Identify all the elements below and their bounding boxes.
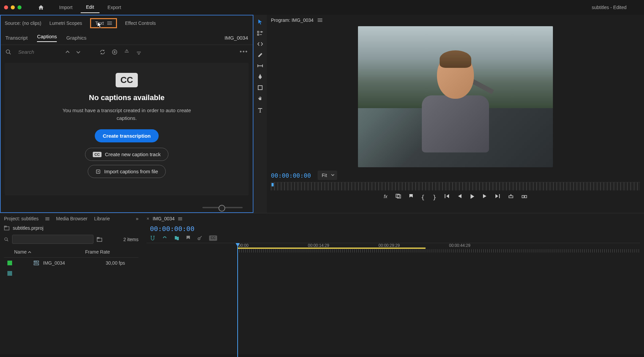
- program-monitor[interactable]: [358, 26, 553, 167]
- program-timecode[interactable]: 00:00:00:00: [271, 172, 311, 179]
- create-caption-track-button[interactable]: CC Create new caption track: [85, 148, 168, 161]
- zoom-slider-handle[interactable]: [218, 205, 225, 212]
- export-frame-icon[interactable]: [396, 194, 401, 201]
- tab-lumetri-scopes[interactable]: Lumetri Scopes: [49, 20, 82, 26]
- merge-down-icon[interactable]: [136, 49, 142, 55]
- panel-menu-icon[interactable]: [45, 217, 49, 220]
- close-sequence-icon[interactable]: ×: [147, 216, 149, 221]
- in-bracket-icon[interactable]: {: [421, 194, 425, 201]
- col-name[interactable]: Name: [14, 249, 31, 255]
- title-bar: Import Edit Export subtitles - Edited: [0, 0, 644, 15]
- project-search-input[interactable]: [12, 235, 93, 244]
- refresh-icon[interactable]: [99, 49, 106, 55]
- extract-icon[interactable]: [522, 194, 527, 201]
- chevron-up-icon[interactable]: [65, 50, 70, 54]
- play-icon[interactable]: [470, 194, 475, 201]
- step-back-icon[interactable]: [458, 194, 462, 201]
- settings-icon[interactable]: [197, 235, 202, 241]
- playhead[interactable]: [237, 243, 238, 357]
- go-to-out-icon[interactable]: [495, 194, 500, 201]
- new-bin-icon[interactable]: [97, 237, 103, 242]
- create-caption-track-label: Create new caption track: [105, 151, 161, 157]
- track-select-forward-tool-icon[interactable]: [257, 31, 263, 36]
- cc-badge-icon: CC: [116, 73, 138, 87]
- split-up-icon[interactable]: [124, 49, 130, 55]
- project-columns: Name Frame Rate: [4, 247, 138, 258]
- snap-icon[interactable]: [150, 235, 155, 241]
- create-transcription-button[interactable]: Create transcription: [95, 129, 159, 142]
- program-label: Program: IMG_0034: [271, 17, 314, 23]
- transport-controls: fx { }: [271, 194, 640, 201]
- zoom-slider[interactable]: [202, 207, 243, 208]
- step-forward-icon[interactable]: [483, 194, 487, 201]
- close-window-button[interactable]: [4, 5, 8, 9]
- minimize-window-button[interactable]: [11, 5, 15, 9]
- label-swatch: [7, 271, 12, 276]
- panel-menu-icon[interactable]: [107, 21, 112, 25]
- tab-project[interactable]: Project: subtitles: [4, 216, 39, 221]
- marker-icon[interactable]: [186, 235, 190, 241]
- rectangle-tool-icon[interactable]: [258, 85, 263, 90]
- search-icon[interactable]: [5, 49, 11, 55]
- tab-libraries[interactable]: Librarie: [94, 216, 110, 221]
- svg-rect-27: [525, 195, 527, 198]
- marker-icon[interactable]: [409, 194, 413, 201]
- source-panel-tabs: Source: (no clips) Lumetri Scopes Text E…: [1, 15, 253, 31]
- cc-toggle-icon[interactable]: CC: [209, 235, 217, 241]
- program-ruler[interactable]: [271, 182, 640, 190]
- selection-tool-icon[interactable]: [257, 19, 263, 25]
- ruler-tick-label: :00:00: [237, 243, 308, 248]
- tab-source[interactable]: Source: (no clips): [5, 20, 41, 26]
- fx-button[interactable]: fx: [384, 194, 388, 201]
- ruler-labels: :00:00 00:00:14:29 00:00:29:29 00:00:44:…: [237, 243, 640, 248]
- col-frame-rate[interactable]: Frame Rate: [85, 249, 110, 255]
- import-captions-button[interactable]: Import captions from file: [88, 165, 166, 178]
- text-sub-tabs: Transcript Captions Graphics IMG_0034: [1, 31, 253, 45]
- timeline-sequence-name[interactable]: IMG_0034: [153, 216, 174, 221]
- slip-tool-icon[interactable]: [257, 64, 263, 68]
- linked-selection-icon[interactable]: [162, 235, 167, 241]
- svg-rect-24: [499, 194, 500, 198]
- project-file-name: subtitles.prproj: [13, 225, 43, 231]
- project-row[interactable]: [4, 268, 138, 278]
- tab-media-browser[interactable]: Media Browser: [56, 216, 87, 221]
- type-tool-icon[interactable]: [257, 107, 263, 113]
- out-bracket-icon[interactable]: }: [433, 194, 436, 201]
- home-icon[interactable]: [38, 4, 44, 10]
- lift-icon[interactable]: [508, 194, 514, 201]
- pen-tool-icon[interactable]: [258, 74, 263, 79]
- tab-text-highlighted[interactable]: Text: [90, 18, 117, 28]
- add-icon[interactable]: [112, 49, 118, 55]
- overflow-icon[interactable]: »: [136, 216, 138, 221]
- workspace-tab-import[interactable]: Import: [54, 2, 78, 13]
- add-marker-icon[interactable]: [174, 235, 179, 241]
- sub-tab-transcript[interactable]: Transcript: [5, 35, 28, 41]
- zoom-fit-dropdown[interactable]: Fit: [318, 171, 337, 180]
- captions-empty-state: CC No captions available You must have a…: [5, 63, 249, 195]
- work-area-bar[interactable]: [237, 248, 426, 249]
- project-file-row: subtitles.prproj: [4, 225, 138, 231]
- project-panel: Project: subtitles Media Browser Librari…: [0, 213, 143, 354]
- maximize-window-button[interactable]: [17, 5, 22, 9]
- go-to-in-icon[interactable]: [444, 194, 450, 201]
- hand-tool-icon[interactable]: [257, 96, 263, 101]
- search-input[interactable]: [17, 49, 59, 55]
- workspace-tab-export[interactable]: Export: [102, 2, 126, 13]
- panel-menu-icon[interactable]: [178, 217, 182, 220]
- timeline-ruler[interactable]: :00:00 00:00:14:29 00:00:29:29 00:00:44:…: [147, 243, 640, 253]
- razor-tool-icon[interactable]: [257, 52, 263, 58]
- timeline-timecode[interactable]: 00:00:00:00: [147, 225, 640, 233]
- svg-point-3: [6, 50, 10, 53]
- ruler-tick-label: 00:00:44:29: [449, 243, 520, 248]
- tab-effect-controls[interactable]: Effect Controls: [125, 20, 156, 26]
- workspace-tab-edit[interactable]: Edit: [81, 2, 99, 13]
- panel-menu-icon[interactable]: [318, 18, 322, 22]
- empty-description: You must have a transcript created in or…: [56, 107, 197, 122]
- chevron-down-icon[interactable]: [76, 50, 81, 54]
- item-name: IMG_0034: [43, 260, 65, 266]
- more-options-icon[interactable]: •••: [240, 48, 248, 55]
- project-row[interactable]: IMG_0034 30,00 fps: [4, 258, 138, 268]
- sub-tab-graphics[interactable]: Graphics: [66, 35, 86, 41]
- ripple-edit-tool-icon[interactable]: [257, 42, 263, 46]
- sub-tab-captions[interactable]: Captions: [37, 34, 57, 42]
